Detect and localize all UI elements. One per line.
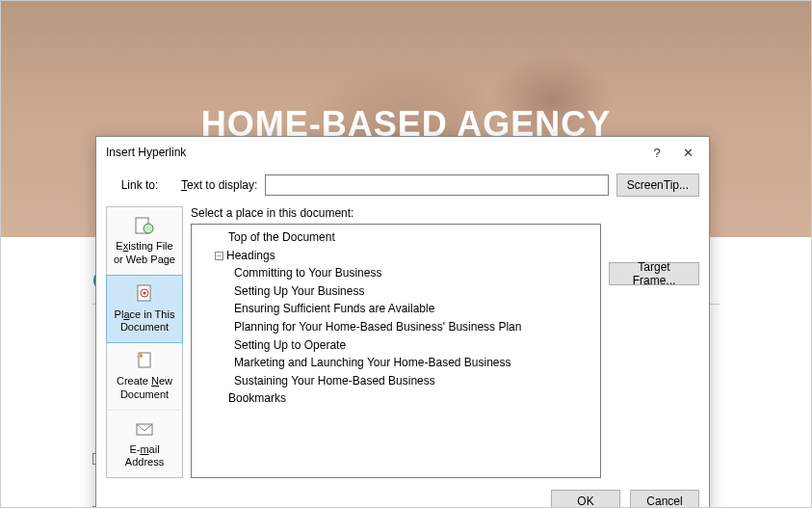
sidebar-item-label: Place in This Document [111,308,178,335]
text-to-display-label: Text to display: [181,178,257,192]
tree-item-heading[interactable]: Marketing and Launching Your Home-Based … [197,354,594,372]
target-frame-button[interactable]: Target Frame... [609,262,699,285]
svg-text:✦: ✦ [138,352,144,361]
tree-item-bookmarks[interactable]: Bookmarks [197,389,594,408]
close-button[interactable]: ✕ [674,143,701,162]
select-place-label: Select a place in this document: [191,206,601,220]
document-target-icon [133,283,156,305]
sidebar-item-email[interactable]: E-mail Address [107,411,182,478]
dialog-title: Insert Hyperlink [106,146,643,159]
document-places-tree[interactable]: Top of the Document −Headings Committing… [191,224,601,478]
tree-item-heading[interactable]: Setting Up to Operate [197,336,594,355]
dialog-titlebar: Insert Hyperlink ? ✕ [96,137,709,168]
tree-item-heading[interactable]: Sustaining Your Home-Based Business [197,372,594,390]
cancel-button[interactable]: Cancel [630,490,699,508]
envelope-icon [133,418,156,440]
sidebar-item-label: E-mail Address [111,443,178,470]
link-to-sidebar: Existing File or Web Page Place in This … [106,206,183,478]
sidebar-item-existing-file[interactable]: Existing File or Web Page [107,207,182,276]
tree-item-heading[interactable]: Ensuring Sufficient Funds are Available [197,300,594,318]
new-document-icon: ✦ [133,350,156,371]
sidebar-item-label: Create New Document [111,375,178,402]
sidebar-item-create-new[interactable]: ✦ Create New Document [107,342,182,411]
sidebar-item-label: Existing File or Web Page [111,240,178,267]
tree-item-top[interactable]: Top of the Document [197,228,594,247]
ok-button[interactable]: OK [551,490,620,508]
svg-point-4 [144,291,146,294]
text-to-display-input[interactable] [265,174,608,196]
svg-point-1 [144,224,153,233]
tree-item-headings[interactable]: −Headings [197,247,594,265]
screentip-button[interactable]: ScreenTip... [616,174,699,197]
link-to-label: Link to: [106,178,173,192]
help-button[interactable]: ? [643,143,670,162]
insert-hyperlink-dialog: Insert Hyperlink ? ✕ Link to: Text to di… [95,136,710,508]
globe-page-icon [133,215,156,236]
collapse-icon[interactable]: − [215,252,223,260]
tree-item-heading[interactable]: Committing to Your Business [197,264,594,282]
tree-item-heading[interactable]: Planning for Your Home-Based Business' B… [197,318,594,336]
tree-item-heading[interactable]: Setting Up Your Business [197,282,594,301]
sidebar-item-place-in-document[interactable]: Place in This Document [106,275,183,344]
